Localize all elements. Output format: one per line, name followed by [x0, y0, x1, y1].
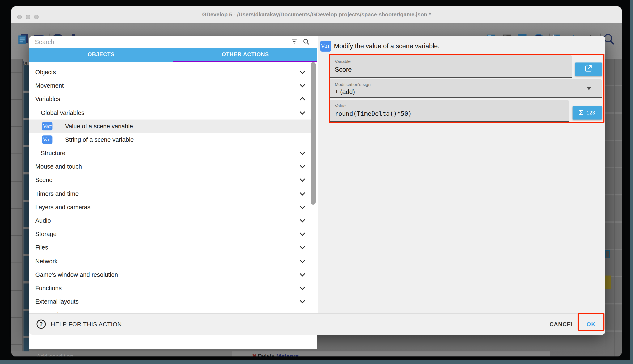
- dialog-footer: ? HELP FOR THIS ACTION CANCEL OK: [29, 313, 605, 335]
- help-label: HELP FOR THIS ACTION: [51, 321, 122, 328]
- list-item[interactable]: Structure: [29, 146, 313, 160]
- variable-field-label: Variable: [335, 59, 351, 64]
- list-item[interactable]: Variables: [29, 92, 313, 106]
- variable-field-input[interactable]: [335, 66, 561, 74]
- list-item[interactable]: Game's window and resolution: [29, 268, 313, 281]
- tab-objects[interactable]: OBJECTS: [29, 48, 173, 61]
- filter-icon[interactable]: [291, 38, 298, 46]
- action-list: Objects Movement Variables Global variab…: [29, 62, 317, 349]
- chevron-icon: [300, 244, 305, 249]
- list-item-label: Objects: [29, 69, 56, 76]
- var-icon: Var: [42, 122, 53, 130]
- var-icon: Var: [42, 136, 53, 144]
- list-item-label: Functions: [29, 285, 62, 292]
- event-sheet-gutter-line: [22, 59, 23, 356]
- action-title: Modify the value of a scene variable.: [334, 41, 440, 52]
- list-item[interactable]: Mouse and touch: [29, 160, 313, 173]
- delete-action-row: ✖Delete Meteors: [252, 353, 299, 356]
- chevron-icon: [300, 271, 305, 276]
- search-input[interactable]: [35, 37, 270, 46]
- list-scrollbar-thumb[interactable]: [311, 62, 316, 204]
- list-item-label: External layouts: [29, 298, 79, 305]
- action-editor-dialog: OBJECTS OTHER ACTIONS Objects Movement V…: [29, 36, 605, 335]
- list-item[interactable]: Global variables: [29, 106, 313, 119]
- value-field[interactable]: Value: [329, 100, 569, 122]
- list-item[interactable]: Audio: [29, 214, 313, 227]
- action-config-panel: Var Modify the value of a scene variable…: [318, 36, 605, 313]
- list-item-label: Network: [29, 258, 58, 264]
- list-item[interactable]: External layouts: [29, 295, 313, 308]
- chevron-icon: [300, 217, 305, 222]
- chevron-icon: [300, 97, 305, 102]
- event-condition-blocks: [24, 66, 29, 352]
- chevron-icon: [300, 150, 305, 155]
- event-selection-outline: [605, 250, 610, 258]
- screenshot-root: GDevelop 5 - /Users/dkarakay/Documents/G…: [0, 0, 633, 364]
- chevron-icon: [300, 298, 305, 304]
- list-item-label: Variables: [29, 96, 60, 102]
- window-title: GDevelop 5 - /Users/dkarakay/Documents/G…: [11, 6, 622, 23]
- list-item-label: Timers and time: [29, 190, 79, 197]
- var-icon: Var: [320, 41, 331, 52]
- list-item-label: Global variables: [29, 109, 84, 116]
- list-item[interactable]: Var Value of a scene variable: [29, 119, 313, 133]
- event-sheet-gutter: [11, 59, 22, 356]
- tab-other-actions[interactable]: OTHER ACTIONS: [173, 48, 317, 61]
- sign-field-label: Modification's sign: [335, 82, 371, 87]
- list-item[interactable]: Layers and cameras: [29, 200, 313, 214]
- list-item-label: Audio: [29, 217, 51, 224]
- list-item[interactable]: Files: [29, 241, 313, 254]
- open-variable-editor-button[interactable]: [575, 62, 602, 76]
- list-item-label: Game's window and resolution: [29, 271, 118, 278]
- sign-field-value[interactable]: [335, 88, 570, 95]
- chevron-icon: [300, 231, 305, 236]
- list-item-label: Scene: [29, 177, 53, 184]
- delete-x-icon: ✖: [252, 353, 257, 356]
- chevron-icon: [300, 176, 305, 182]
- variable-field[interactable]: Variable: [329, 55, 572, 78]
- chevron-icon: [300, 68, 305, 74]
- list-item[interactable]: Functions: [29, 282, 313, 295]
- frame-edge-right: [630, 0, 633, 364]
- numbers-icon: 123: [587, 110, 595, 115]
- search-bar: [29, 36, 317, 48]
- sigma-icon: Σ: [579, 108, 583, 117]
- list-item-label: Structure: [29, 150, 66, 156]
- open-in-new-icon: [584, 64, 592, 74]
- chevron-icon: [300, 284, 305, 290]
- delete-action-label: Delete: [257, 353, 274, 356]
- value-field-label: Value: [335, 103, 346, 108]
- column-divider: [318, 36, 318, 313]
- list-item[interactable]: Network: [29, 254, 313, 268]
- list-item[interactable]: Timers and time: [29, 187, 313, 200]
- events-sheet-icon[interactable]: [17, 33, 30, 46]
- chevron-icon: [300, 204, 305, 209]
- list-item-label: Layers and cameras: [29, 204, 91, 210]
- chevron-icon: [300, 82, 305, 88]
- list-item[interactable]: Scene: [29, 174, 313, 187]
- list-item-label: Files: [29, 244, 48, 251]
- help-icon: ?: [37, 320, 46, 329]
- list-item-label: Storage: [29, 231, 57, 237]
- list-item-label: Mouse and touch: [29, 163, 82, 170]
- modification-sign-select[interactable]: Modification's sign: [329, 79, 602, 98]
- list-item[interactable]: Storage: [29, 227, 313, 241]
- list-item-label: Movement: [29, 82, 64, 89]
- list-item[interactable]: Var String of a scene variable: [29, 133, 313, 146]
- list-item[interactable]: Objects: [29, 66, 313, 79]
- frame-edge-bottom: [0, 360, 633, 364]
- ok-button[interactable]: OK: [579, 314, 603, 335]
- expression-builder-button[interactable]: Σ 123: [572, 106, 602, 120]
- chevron-down-icon: [587, 87, 591, 90]
- search-icon[interactable]: [303, 38, 310, 47]
- add-condition-link: Add condition: [37, 353, 74, 356]
- event-sheet-right-line: [614, 59, 614, 356]
- titlebar: GDevelop 5 - /Users/dkarakay/Documents/G…: [11, 6, 622, 23]
- list-item[interactable]: Movement: [29, 79, 313, 92]
- delete-object-name: Meteors: [276, 353, 299, 356]
- cancel-button[interactable]: CANCEL: [539, 314, 585, 335]
- event-highlight-block: [605, 276, 611, 289]
- chevron-icon: [300, 190, 305, 196]
- help-button[interactable]: ? HELP FOR THIS ACTION: [37, 314, 122, 335]
- value-field-input[interactable]: [335, 110, 557, 117]
